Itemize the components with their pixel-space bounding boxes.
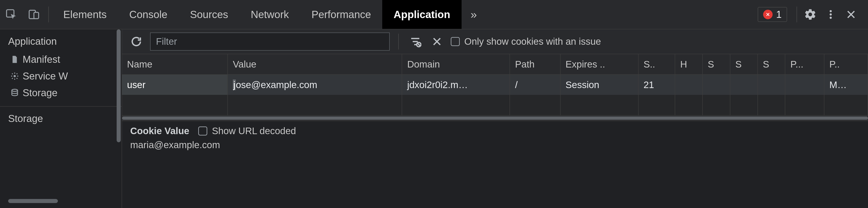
sidebar-item-service-workers[interactable]: Service W bbox=[0, 68, 122, 84]
toolbar-right: 1 bbox=[758, 0, 868, 29]
checkbox-icon[interactable] bbox=[451, 37, 460, 46]
issue-filter-label: Only show cookies with an issue bbox=[464, 36, 601, 47]
separator bbox=[797, 6, 797, 22]
col-expires[interactable]: Expires .. bbox=[560, 54, 638, 74]
tab-network[interactable]: Network bbox=[239, 0, 300, 29]
settings-icon[interactable] bbox=[800, 0, 820, 29]
sidebar-item-manifest[interactable]: Manifest bbox=[0, 51, 122, 68]
cell-samesite[interactable] bbox=[730, 74, 758, 95]
devtools-tabstrip: Elements Console Sources Network Perform… bbox=[0, 0, 868, 29]
svg-point-7 bbox=[12, 89, 18, 92]
url-decoded-toggle[interactable]: Show URL decoded bbox=[198, 126, 296, 136]
tab-performance[interactable]: Performance bbox=[300, 0, 382, 29]
tab-console[interactable]: Console bbox=[118, 0, 179, 29]
cookies-panel: Only show cookies with an issue Name Val… bbox=[122, 29, 868, 208]
database-icon bbox=[10, 88, 20, 98]
filter-box[interactable] bbox=[150, 33, 390, 50]
col-path[interactable]: Path bbox=[510, 54, 560, 74]
device-toggle-icon[interactable] bbox=[23, 0, 45, 29]
table-header-row: Name Value Domain Path Expires .. S.. H … bbox=[122, 54, 868, 74]
cell-expires[interactable]: Session bbox=[560, 74, 638, 95]
application-sidebar: Application Manifest Service W bbox=[0, 29, 122, 208]
tab-application[interactable]: Application bbox=[382, 0, 461, 29]
cell-sameparty[interactable] bbox=[758, 74, 785, 95]
cell-httponly[interactable] bbox=[675, 74, 703, 95]
clear-all-icon[interactable] bbox=[429, 34, 445, 49]
cell-value[interactable]: jose@example.com bbox=[228, 74, 402, 95]
file-icon bbox=[10, 55, 20, 64]
svg-point-6 bbox=[13, 75, 16, 77]
cookie-details: Cookie Value Show URL decoded maria@exam… bbox=[122, 120, 868, 157]
svg-point-3 bbox=[830, 10, 832, 12]
tab-sources[interactable]: Sources bbox=[179, 0, 240, 29]
cookies-table: Name Value Domain Path Expires .. S.. H … bbox=[122, 54, 868, 115]
cell-name[interactable]: user bbox=[122, 74, 228, 95]
cell-domain[interactable]: jdxoi2r0i2.m… bbox=[402, 74, 510, 95]
sidebar-item-label: Storage bbox=[23, 87, 57, 99]
col-domain[interactable]: Domain bbox=[402, 54, 510, 74]
value-highlight: j bbox=[233, 79, 236, 90]
clear-filtered-icon[interactable] bbox=[407, 34, 423, 49]
kebab-menu-icon[interactable] bbox=[820, 0, 841, 29]
col-partitionkey[interactable]: P... bbox=[785, 54, 824, 74]
col-sameparty[interactable]: S bbox=[758, 54, 785, 74]
issue-filter-toggle[interactable]: Only show cookies with an issue bbox=[451, 36, 601, 47]
details-value[interactable]: maria@example.com bbox=[130, 140, 860, 150]
errors-count: 1 bbox=[776, 9, 782, 20]
sidebar-scrollbar[interactable] bbox=[116, 29, 122, 208]
svg-point-5 bbox=[830, 17, 832, 19]
separator bbox=[49, 6, 49, 22]
refresh-icon[interactable] bbox=[128, 34, 144, 49]
scroll-thumb[interactable] bbox=[117, 29, 121, 142]
sidebar-section-application: Application bbox=[0, 29, 122, 51]
sidebar-item-label: Service W bbox=[23, 70, 68, 82]
sidebar-item-storage[interactable]: Storage bbox=[0, 84, 122, 101]
cell-partitionkey[interactable] bbox=[785, 74, 824, 95]
url-decoded-label: Show URL decoded bbox=[212, 126, 296, 136]
col-httponly[interactable]: H bbox=[675, 54, 703, 74]
sidebar-item-label: Manifest bbox=[23, 54, 60, 65]
col-value[interactable]: Value bbox=[228, 54, 402, 74]
cell-size[interactable]: 21 bbox=[638, 74, 675, 95]
svg-rect-2 bbox=[34, 12, 39, 19]
tabs-overflow[interactable]: » bbox=[462, 0, 486, 29]
col-samesite[interactable]: S bbox=[730, 54, 758, 74]
table-row-empty bbox=[122, 95, 868, 115]
svg-point-4 bbox=[830, 13, 832, 15]
col-secure[interactable]: S bbox=[703, 54, 730, 74]
cookies-toolbar: Only show cookies with an issue bbox=[122, 29, 868, 54]
value-rest: ose@example.com bbox=[236, 79, 317, 90]
scroll-thumb[interactable] bbox=[122, 116, 868, 120]
cookies-table-wrap: Name Value Domain Path Expires .. S.. H … bbox=[122, 54, 868, 120]
filter-input[interactable] bbox=[156, 36, 384, 47]
gear-icon bbox=[10, 71, 20, 81]
errors-counter[interactable]: 1 bbox=[758, 7, 787, 22]
close-devtools-icon[interactable] bbox=[841, 0, 861, 29]
table-row[interactable]: user jose@example.com jdxoi2r0i2.m… / Se… bbox=[122, 74, 868, 95]
col-name[interactable]: Name bbox=[122, 54, 228, 74]
cell-secure[interactable] bbox=[703, 74, 730, 95]
horizontal-scrollbar[interactable] bbox=[122, 115, 868, 120]
sidebar-resize-handle[interactable] bbox=[8, 199, 58, 203]
tab-elements[interactable]: Elements bbox=[52, 0, 118, 29]
details-label: Cookie Value bbox=[130, 126, 189, 136]
panel-tabs: Elements Console Sources Network Perform… bbox=[52, 0, 486, 29]
sidebar-section-storage: Storage bbox=[0, 107, 122, 128]
inspect-icon[interactable] bbox=[0, 0, 23, 29]
col-size[interactable]: S.. bbox=[638, 54, 675, 74]
checkbox-icon[interactable] bbox=[198, 127, 207, 136]
cell-priority[interactable]: M… bbox=[824, 74, 868, 95]
col-priority[interactable]: P.. bbox=[824, 54, 868, 74]
separator bbox=[398, 34, 399, 49]
cell-path[interactable]: / bbox=[510, 74, 560, 95]
error-icon bbox=[763, 10, 773, 19]
